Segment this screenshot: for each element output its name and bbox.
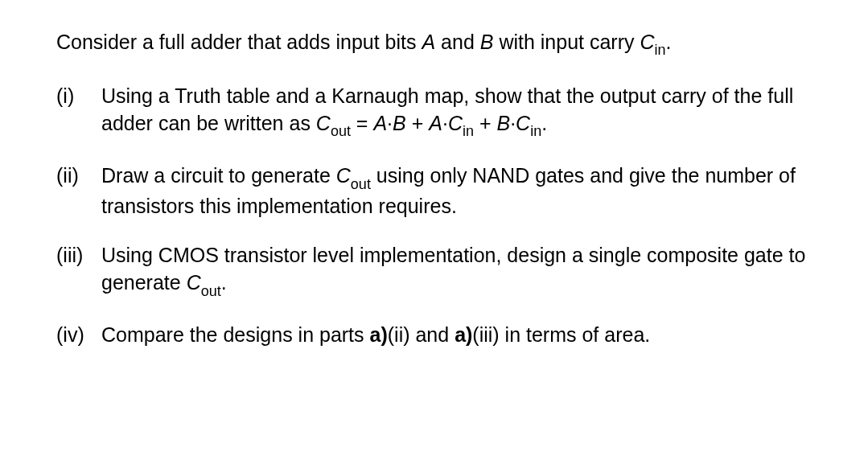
item-body: Draw a circuit to generate Cout using on…	[101, 162, 812, 220]
subscript-in: in	[655, 42, 666, 58]
item-body: Compare the designs in parts a)(ii) and …	[101, 322, 812, 349]
bold-label: a)	[370, 323, 388, 346]
plus: +	[474, 112, 497, 134]
body-text: (ii) and	[388, 323, 455, 346]
dot: ·	[442, 112, 448, 134]
var-B: B	[393, 112, 406, 134]
list-item: (iv) Compare the designs in parts a)(ii)…	[56, 322, 812, 349]
intro-text: with input carry	[493, 31, 640, 53]
intro-text: Consider a full adder that adds input bi…	[56, 31, 422, 53]
subscript-in: in	[530, 123, 541, 139]
var-A: A	[373, 112, 387, 134]
plus: +	[406, 112, 430, 134]
item-marker: (i)	[56, 83, 101, 140]
period: .	[221, 271, 227, 294]
item-marker: (iv)	[56, 322, 101, 349]
equals: =	[351, 112, 374, 134]
subscript-in: in	[463, 123, 474, 139]
list-item: (i) Using a Truth table and a Karnaugh m…	[56, 83, 812, 140]
var-C: C	[336, 164, 351, 187]
intro-paragraph: Consider a full adder that adds input bi…	[56, 29, 812, 59]
var-C: C	[316, 112, 331, 134]
subscript-out: out	[201, 283, 221, 299]
body-text: (iii) in terms of area.	[472, 323, 650, 346]
item-marker: (ii)	[56, 162, 101, 220]
item-body: Using CMOS transistor level implementati…	[101, 242, 812, 299]
bold-label: a)	[455, 323, 472, 346]
var-C: C	[640, 31, 654, 53]
var-A: A	[422, 31, 435, 53]
intro-text: and	[435, 31, 480, 53]
document-body: Consider a full adder that adds input bi…	[0, 0, 868, 401]
var-B: B	[480, 31, 494, 53]
var-C: C	[187, 271, 201, 294]
intro-period: .	[666, 31, 672, 53]
body-text: Compare the designs in parts	[101, 323, 370, 346]
var-A: A	[429, 112, 442, 134]
item-marker: (iii)	[56, 242, 101, 299]
item-body: Using a Truth table and a Karnaugh map, …	[101, 83, 812, 140]
subscript-out: out	[331, 123, 351, 139]
var-C: C	[516, 112, 530, 134]
list-item: (iii) Using CMOS transistor level implem…	[56, 242, 812, 299]
var-C: C	[448, 112, 463, 134]
body-text: Draw a circuit to generate	[101, 164, 336, 187]
subscript-out: out	[351, 176, 371, 192]
list-item: (ii) Draw a circuit to generate Cout usi…	[56, 162, 812, 220]
var-B: B	[496, 112, 510, 134]
period: .	[541, 112, 547, 134]
